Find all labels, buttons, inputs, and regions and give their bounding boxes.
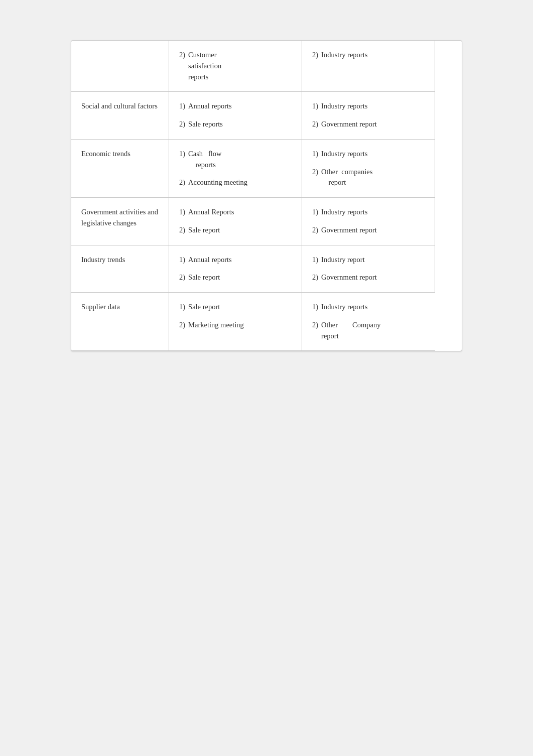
row-label-row-supplier: Supplier data	[71, 293, 169, 351]
list-item: 2)Industry reports	[312, 50, 425, 61]
item-text: Sale report	[188, 225, 220, 236]
item-text: Industry reports	[321, 149, 367, 160]
list-item: 2)Other companies report	[312, 167, 425, 189]
row-label-row-economic: Economic trends	[71, 140, 169, 198]
row-internal-row-top: 2)Customersatisfactionreports	[169, 41, 302, 92]
item-num: 1)	[179, 255, 185, 266]
category-label: Supplier data	[81, 303, 120, 311]
item-text: Customersatisfactionreports	[188, 50, 221, 82]
item-num: 2)	[179, 272, 185, 283]
item-text: Government report	[321, 225, 377, 236]
item-text: Government report	[321, 272, 377, 283]
item-num: 2)	[179, 119, 185, 130]
row-external-row-industry: 1)Industry report2)Government report	[302, 245, 435, 293]
list-item: 2)Sale reports	[179, 119, 292, 130]
list-item: 1)Annual reports	[179, 101, 292, 112]
item-num: 1)	[179, 207, 185, 218]
item-num: 2)	[312, 272, 318, 283]
item-text: Industry reports	[321, 101, 367, 112]
item-text: Other Companyreport	[321, 320, 380, 342]
item-num: 2)	[179, 320, 185, 331]
row-internal-row-supplier: 1)Sale report2)Marketing meeting	[169, 293, 302, 351]
item-text: Annual reports	[188, 255, 232, 266]
list-item: 1)Industry reports	[312, 101, 425, 112]
list-item: 1)Sale report	[179, 302, 292, 313]
item-num: 2)	[312, 167, 318, 178]
table-grid: 2)Customersatisfactionreports2)Industry …	[71, 41, 462, 351]
row-external-row-social: 1)Industry reports2)Government report	[302, 92, 435, 140]
item-num: 2)	[179, 50, 185, 61]
list-item: 2)Government report	[312, 225, 425, 236]
item-num: 2)	[312, 50, 318, 61]
category-label: Economic trends	[81, 150, 130, 158]
main-table: 2)Customersatisfactionreports2)Industry …	[71, 40, 462, 351]
list-item: 1)Annual Reports	[179, 207, 292, 218]
item-text: Sale report	[188, 302, 220, 313]
row-internal-row-economic: 1)Cash flow reports2)Accounting meeting	[169, 140, 302, 198]
item-text: Annual Reports	[188, 207, 234, 218]
list-item: 2)Sale report	[179, 272, 292, 283]
list-item: 1)Annual reports	[179, 255, 292, 266]
row-internal-row-social: 1)Annual reports2)Sale reports	[169, 92, 302, 140]
row-label-row-industry: Industry trends	[71, 245, 169, 293]
list-item: 2)Sale report	[179, 225, 292, 236]
row-external-row-economic: 1)Industry reports2)Other companies repo…	[302, 140, 435, 198]
item-num: 1)	[179, 149, 185, 160]
category-label: Social and cultural factors	[81, 102, 158, 110]
item-text: Industry reports	[321, 207, 367, 218]
list-item: 2)Government report	[312, 119, 425, 130]
row-label-row-government: Government activities and legislative ch…	[71, 198, 169, 245]
item-text: Other companies report	[321, 167, 372, 189]
item-num: 1)	[179, 302, 185, 313]
item-num: 1)	[312, 149, 318, 160]
row-label-row-social: Social and cultural factors	[71, 92, 169, 140]
item-num: 2)	[312, 225, 318, 236]
item-num: 2)	[312, 119, 318, 130]
row-external-row-government: 1)Industry reports2)Government report	[302, 198, 435, 245]
list-item: 2)Marketing meeting	[179, 320, 292, 331]
item-text: Cash flow reports	[188, 149, 221, 171]
row-external-row-supplier: 1)Industry reports2)Other Companyreport	[302, 293, 435, 351]
list-item: 1)Industry reports	[312, 302, 425, 313]
item-text: Sale report	[188, 272, 220, 283]
list-item: 2)Government report	[312, 272, 425, 283]
list-item: 2)Customersatisfactionreports	[179, 50, 292, 82]
row-external-row-top: 2)Industry reports	[302, 41, 435, 92]
item-text: Industry reports	[321, 50, 367, 61]
row-internal-row-industry: 1)Annual reports2)Sale report	[169, 245, 302, 293]
item-text: Industry reports	[321, 302, 367, 313]
row-internal-row-government: 1)Annual Reports2)Sale report	[169, 198, 302, 245]
item-num: 2)	[179, 225, 185, 236]
list-item: 1)Industry report	[312, 255, 425, 266]
item-text: Marketing meeting	[188, 320, 244, 331]
item-text: Annual reports	[188, 101, 232, 112]
category-label: Industry trends	[81, 256, 125, 264]
item-text: Sale reports	[188, 119, 223, 130]
item-num: 2)	[312, 320, 318, 331]
item-num: 1)	[312, 255, 318, 266]
item-num: 1)	[312, 207, 318, 218]
list-item: 2)Accounting meeting	[179, 177, 292, 188]
category-label: Government activities and legislative ch…	[81, 208, 158, 227]
item-num: 2)	[179, 177, 185, 188]
list-item: 1)Industry reports	[312, 207, 425, 218]
item-text: Government report	[321, 119, 377, 130]
row-label-row-top	[71, 41, 169, 92]
item-num: 1)	[312, 302, 318, 313]
item-num: 1)	[312, 101, 318, 112]
list-item: 1)Industry reports	[312, 149, 425, 160]
list-item: 2)Other Companyreport	[312, 320, 425, 342]
item-text: Accounting meeting	[188, 177, 247, 188]
list-item: 1)Cash flow reports	[179, 149, 292, 171]
item-num: 1)	[179, 101, 185, 112]
item-text: Industry report	[321, 255, 365, 266]
